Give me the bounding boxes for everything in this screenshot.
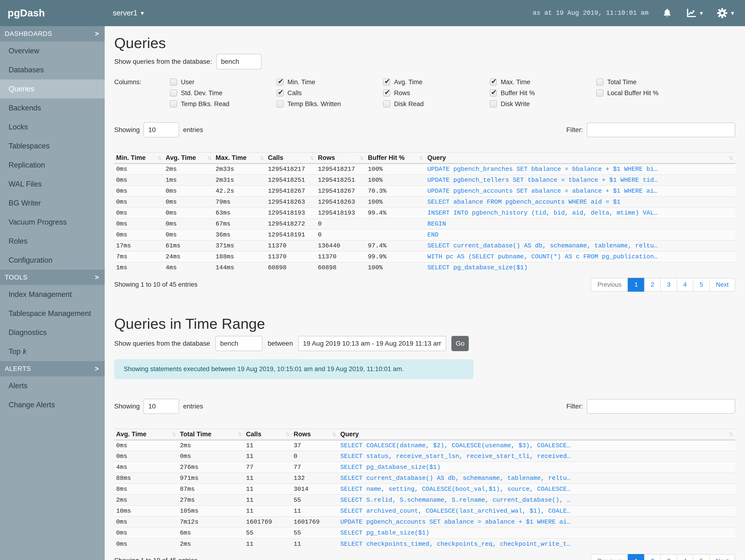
page-size-input-2[interactable] — [143, 399, 179, 414]
column-checkbox-local-buffer-hit[interactable]: Local Buffer Hit % — [596, 88, 703, 98]
column-header-query[interactable]: Query↑↓ — [425, 153, 735, 164]
column-header-min-time[interactable]: Min. Time↑↓ — [114, 153, 164, 164]
column-checkbox-rows[interactable]: Rows — [383, 88, 490, 98]
filter-input[interactable] — [587, 123, 735, 137]
cell: 4ms — [114, 462, 178, 473]
sidebar-item-locks[interactable]: Locks — [0, 118, 105, 137]
column-checkbox-total-time[interactable]: Total Time — [596, 76, 703, 88]
pagination-page-5[interactable]: 5 — [693, 554, 710, 560]
sidebar-item-queries[interactable]: Queries — [0, 79, 105, 98]
sidebar-item-overview[interactable]: Overview — [0, 41, 105, 60]
query-link[interactable]: SELECT name, setting, COALESCE(boot_val,… — [338, 484, 735, 495]
column-header-max-time[interactable]: Max. Time↑↓ — [214, 153, 266, 164]
sidebar-item-backends[interactable]: Backends — [0, 98, 105, 118]
sidebar-item-topk[interactable]: Topk — [0, 342, 105, 361]
query-link[interactable]: END — [425, 229, 735, 240]
column-checkbox-min-time[interactable]: Min. Time — [277, 76, 383, 88]
pagination-next[interactable]: Next — [709, 554, 735, 560]
pagination-page-3[interactable]: 3 — [660, 278, 677, 292]
query-link[interactable]: SELECT current_database() AS db, scheman… — [425, 240, 735, 251]
pagination-page-4[interactable]: 4 — [677, 278, 693, 292]
query-link[interactable]: SELECT pg_database_size($1) — [338, 462, 735, 473]
query-link[interactable]: BEGIN — [425, 219, 735, 229]
sidebar-item-vacuum-progress[interactable]: Vacuum Progress — [0, 213, 105, 232]
sidebar-section-alerts[interactable]: ALERTS> — [0, 361, 105, 376]
app-logo[interactable]: pgDash — [8, 7, 45, 19]
column-header-buffer-hit[interactable]: Buffer Hit %↑↓ — [366, 153, 425, 164]
settings-menu[interactable]: ▾ — [716, 7, 734, 19]
sidebar-item-roles[interactable]: Roles — [0, 232, 105, 251]
sidebar-item-wal-files[interactable]: WAL Files — [0, 175, 105, 194]
query-link[interactable]: UPDATE pgbench_accounts SET abalance = a… — [338, 517, 735, 527]
pagination-page-4[interactable]: 4 — [677, 554, 693, 560]
sidebar-item-replication[interactable]: Replication — [0, 156, 105, 175]
query-link[interactable]: WITH pc AS (SELECT pubname, COUNT(*) AS … — [425, 251, 735, 262]
sidebar-section-label: ALERTS — [5, 365, 95, 372]
query-link[interactable]: UPDATE pgbench_tellers SET tbalance = tb… — [425, 175, 735, 186]
column-checkbox-std-dev-time[interactable]: Std. Dev. Time — [170, 88, 277, 98]
page-size-input[interactable] — [143, 122, 179, 137]
sidebar-item-databases[interactable]: Databases — [0, 60, 105, 79]
cell: 0ms — [178, 451, 244, 462]
column-header-rows[interactable]: Rows↑↓ — [316, 153, 366, 164]
query-link[interactable]: SELECT abalance FROM pgbench_accounts WH… — [425, 197, 735, 207]
column-header-calls[interactable]: Calls↑↓ — [244, 429, 292, 440]
database-input[interactable] — [216, 54, 261, 69]
pagination-next[interactable]: Next — [709, 278, 735, 292]
pagination-previous[interactable]: Previous — [591, 278, 628, 292]
column-header-avg-time[interactable]: Avg. Time↑↓ — [114, 429, 178, 440]
checkbox-unchecked-icon — [596, 90, 604, 97]
query-link[interactable]: SELECT current_database() AS db, scheman… — [338, 473, 735, 484]
sidebar-item-label: BG Writer — [8, 199, 41, 207]
filter-input-2[interactable] — [587, 399, 735, 414]
charts-menu[interactable]: ▾ — [686, 8, 703, 19]
pagination-page-1[interactable]: 1 — [628, 278, 644, 292]
query-link[interactable]: SELECT status, receive_start_lsn, receiv… — [338, 451, 735, 462]
notifications-bell-icon[interactable] — [662, 8, 673, 19]
pagination-page-1[interactable]: 1 — [628, 554, 644, 560]
column-checkbox-avg-time[interactable]: Avg. Time — [383, 76, 490, 88]
column-header-rows[interactable]: Rows↑↓ — [292, 429, 338, 440]
column-checkbox-temp-blks-written[interactable]: Temp Blks. Written — [277, 98, 383, 109]
sidebar-item-change-alerts[interactable]: Change Alerts — [0, 395, 105, 415]
sidebar-section-dashboards[interactable]: DASHBOARDS> — [0, 26, 105, 41]
column-header-query[interactable]: Query↑↓ — [338, 429, 735, 440]
sidebar-item-tablespace-management[interactable]: Tablespace Management — [0, 304, 105, 323]
query-link[interactable]: UPDATE pgbench_accounts SET abalance = a… — [425, 186, 735, 197]
query-link[interactable]: SELECT pg_database_size($1) — [425, 262, 735, 273]
column-checkbox-disk-write[interactable]: Disk Write — [490, 98, 596, 109]
sidebar-section-tools[interactable]: TOOLS> — [0, 270, 105, 285]
pagination-page-2[interactable]: 2 — [644, 278, 661, 292]
query-link[interactable]: UPDATE pgbench_branches SET bbalance = b… — [425, 164, 735, 175]
column-checkbox-buffer-hit[interactable]: Buffer Hit % — [490, 88, 596, 98]
database-input-time-range[interactable] — [215, 336, 262, 351]
query-link[interactable]: SELECT checkpoints_timed, checkpoints_re… — [338, 538, 735, 549]
column-header-avg-time[interactable]: Avg. Time↑↓ — [164, 153, 214, 164]
date-range-input[interactable] — [298, 336, 446, 351]
sidebar-item-diagnostics[interactable]: Diagnostics — [0, 323, 105, 342]
column-checkbox-user[interactable]: User — [170, 76, 277, 88]
query-link[interactable]: SELECT archived_count, COALESCE(last_arc… — [338, 505, 735, 517]
column-header-total-time[interactable]: Total Time↑↓ — [178, 429, 244, 440]
go-button[interactable]: Go — [451, 336, 469, 351]
sidebar-item-index-management[interactable]: Index Management — [0, 285, 105, 304]
column-checkbox-max-time[interactable]: Max. Time — [490, 76, 596, 88]
query-link[interactable]: SELECT COALESCE(datname, $2), COALESCE(u… — [338, 440, 735, 451]
column-checkbox-disk-read[interactable]: Disk Read — [383, 98, 490, 109]
pagination-previous[interactable]: Previous — [591, 554, 628, 560]
pagination-page-3[interactable]: 3 — [660, 554, 677, 560]
query-link[interactable]: SELECT S.relid, S.schemaname, S.relname,… — [338, 495, 735, 505]
pagination-page-5[interactable]: 5 — [693, 278, 710, 292]
pagination-page-2[interactable]: 2 — [644, 554, 661, 560]
sidebar-item-tablespaces[interactable]: Tablespaces — [0, 137, 105, 156]
query-link[interactable]: SELECT pg_table_size($1) — [338, 527, 735, 538]
sidebar-item-configuration[interactable]: Configuration — [0, 251, 105, 270]
server-selector[interactable]: server1 ▾ — [113, 9, 144, 18]
column-header-calls[interactable]: Calls↑↓ — [266, 153, 316, 164]
query-link[interactable]: INSERT INTO pgbench_history (tid, bid, a… — [425, 207, 735, 219]
column-checkbox-calls[interactable]: Calls — [277, 88, 383, 98]
table-row: 1ms4ms144ms6089860898100%SELECT pg_datab… — [114, 262, 735, 273]
sidebar-item-alerts[interactable]: Alerts — [0, 376, 105, 395]
sidebar-item-bg-writer[interactable]: BG Writer — [0, 194, 105, 213]
column-checkbox-temp-blks-read[interactable]: Temp Blks. Read — [170, 98, 277, 109]
